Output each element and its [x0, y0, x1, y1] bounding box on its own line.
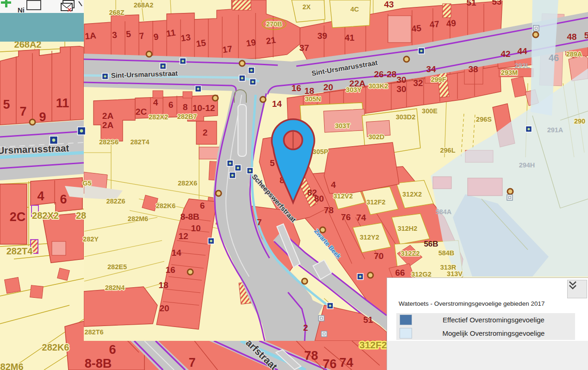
map-label: 282K6 [156, 202, 176, 210]
map-label: 303T [335, 122, 350, 130]
map-label: 76 [341, 212, 350, 222]
legend-panel-footer [387, 341, 588, 370]
map-label: 302D [369, 133, 385, 141]
map-label: 14 [171, 248, 181, 258]
legend-collapse-button[interactable] [567, 280, 587, 298]
boundary-point-icon [368, 272, 373, 278]
boundary-point-icon [146, 51, 152, 57]
map-label: 26-28 [374, 69, 397, 79]
map-label: 6 [60, 192, 67, 206]
map-label: 282Z6 [106, 197, 125, 205]
map-label: 4 [331, 180, 336, 190]
map-label: 1A [84, 31, 96, 41]
map-label: 37 [299, 43, 309, 53]
boundary-point-icon [404, 56, 409, 62]
map-label: 291A [547, 126, 563, 134]
boundary-point-icon [239, 61, 245, 66]
map-label: 8 [183, 102, 188, 112]
map-label: 80 [314, 194, 324, 204]
map-label: 45 [411, 23, 422, 34]
map-label: 20 [323, 82, 333, 92]
map-label: 282S6 [99, 138, 119, 146]
boundary-point-icon [213, 95, 218, 101]
map-label: 282K6 [42, 342, 69, 352]
map-label: 9 [39, 110, 46, 124]
map-label: 2 [203, 128, 208, 137]
map-label: 74 [356, 213, 366, 222]
teal-header-bar [0, 13, 84, 42]
map-label: 282N4 [105, 284, 125, 291]
map-label: 305N [305, 95, 321, 103]
legend-title: Watertoets - Overstromingsgevoelige gebi… [399, 300, 544, 307]
legend-item-mogelijk[interactable]: Mogelijk Overstromingsgevoelige [396, 327, 575, 340]
map-label: 303D2 [396, 113, 416, 121]
map-label: 293M [501, 69, 518, 76]
map-label: 42 [500, 49, 510, 59]
map-label: 282X6 [178, 179, 197, 187]
add-icon[interactable] [1, 0, 13, 7]
map-label: 313V [447, 270, 463, 278]
map-label: 38 [468, 64, 478, 74]
map-label: 11 [56, 96, 69, 110]
remove-map-sheet-icon[interactable]: ✕ [60, 0, 82, 13]
legend-swatch-mogelijk [400, 328, 412, 339]
map-label: 4C [350, 6, 359, 13]
map-label: 2C [136, 107, 147, 117]
map-label: 16 [291, 83, 301, 93]
map-label: 4 [37, 189, 44, 203]
map-label: 282M6 [128, 215, 148, 222]
map-label: 296S [476, 116, 492, 123]
legend-item-effectief[interactable]: Effectief Overstromingsgevoelige [396, 313, 575, 327]
map-label: 296L [440, 147, 455, 154]
map-label: 312G2 [411, 271, 432, 278]
map-label: 21 [265, 35, 276, 46]
map-label: 290 [574, 117, 585, 125]
map-label: 303Y [346, 86, 362, 93]
map-label: 2A [102, 120, 114, 130]
chevron-double-down-icon [568, 280, 578, 290]
map-label: 2 [303, 323, 308, 333]
map-label: 7 [257, 217, 262, 227]
map-label: 584A [436, 208, 452, 216]
map-label: 282E5 [107, 263, 127, 271]
map-label: 6 [169, 100, 174, 110]
map-label: 2X [302, 3, 311, 11]
map-label: 16 [165, 265, 175, 275]
map-label: 28 [76, 210, 86, 221]
map-label: 282Y [83, 235, 99, 243]
map-label: 18 [304, 86, 314, 96]
boundary-point-icon [260, 97, 266, 102]
map-label: 43 [384, 0, 394, 9]
map-label: 270B [266, 20, 282, 28]
map-label: 34 [426, 64, 436, 74]
map-label: 4 [153, 98, 158, 107]
map-label: 293L [514, 62, 530, 69]
map-label: 12 [178, 231, 188, 241]
map-label: 10-12 [193, 103, 215, 113]
legend-panel: Watertoets - Overstromingsgevoelige gebi… [387, 278, 588, 370]
map-label: 11 [166, 28, 176, 39]
map-viewer: 268A257911Ursmarusstraat462C282X228282T4… [0, 0, 588, 370]
map-label: 8-8B [180, 212, 199, 222]
map-label: 312Z2 [400, 250, 419, 257]
legend-swatch-effectief [400, 314, 412, 325]
map-label: 47 [429, 19, 440, 30]
map-label: 30 [396, 75, 406, 85]
map-label: 282M6 [0, 362, 24, 370]
map-label: 46 [549, 53, 559, 63]
utility-point-icon [507, 195, 513, 200]
map-label: 74 [339, 356, 353, 370]
map-label: 53 [492, 0, 501, 6]
map-label: 305P [313, 148, 328, 155]
map-label: 39 [317, 31, 327, 41]
rectangle-select-icon[interactable] [26, 0, 41, 10]
map-label: 8-8B [85, 357, 112, 370]
map-label: 7 [188, 356, 195, 370]
map-label: 66 [395, 268, 405, 278]
boundary-point-icon [30, 119, 35, 125]
map-label: 20 [159, 303, 169, 313]
utility-point-icon [533, 25, 539, 31]
map-label: 303K2 [369, 82, 388, 90]
map-label: 44 [517, 46, 527, 56]
map-label: 18 [158, 280, 168, 290]
